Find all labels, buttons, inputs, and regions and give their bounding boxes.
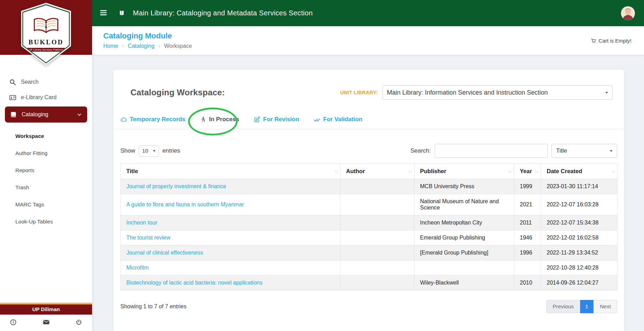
subitem-label: MARC Tags — [15, 201, 44, 208]
pagination-next-button[interactable]: Next — [593, 300, 617, 313]
tab-for-revision[interactable]: For Revision — [254, 116, 299, 129]
sidebar-subitem-marc-tags[interactable]: MARC Tags — [0, 196, 92, 213]
record-title-link[interactable]: Microfilm — [126, 265, 149, 271]
revision-icon — [254, 116, 260, 123]
entries-label: entries — [163, 147, 180, 154]
power-button[interactable] — [75, 319, 82, 327]
showing-entries-text: Showing 1 to 7 of 7 entries — [120, 303, 186, 310]
cell-year: 1946 — [514, 230, 541, 245]
column-filter-select[interactable]: Title — [552, 144, 617, 158]
tab-label: For Validation — [323, 116, 362, 123]
record-title-link[interactable]: Biotechnology of lactic acid bacteria: n… — [126, 280, 262, 286]
column-filter-value: Title — [556, 147, 567, 154]
workspace-header: Cataloging Workspace: UNIT LIBRARY: Main… — [113, 70, 624, 100]
table-row: Journal of clinical effectiveness [Emera… — [121, 245, 617, 260]
column-header-year[interactable]: Year — [514, 164, 541, 179]
record-title-link[interactable]: The tourist review — [126, 235, 170, 241]
cell-publisher — [414, 260, 514, 275]
workspace-tabs: Temporary Records In Process For Revisio… — [113, 116, 624, 129]
cell-year: 1996 — [514, 245, 541, 260]
sidebar-subitem-lookup-tables[interactable]: Look-Up Tables — [0, 213, 92, 230]
pagination-page-1-button[interactable]: 1 — [580, 300, 594, 313]
sort-icon — [612, 169, 615, 174]
column-label: Year — [520, 168, 532, 174]
page-length-select[interactable]: 10 — [139, 145, 159, 157]
cell-date-created: 2022-12-02 16:02:58 — [541, 230, 617, 245]
page-length-value: 10 — [142, 148, 148, 154]
chevron-down-icon — [76, 112, 82, 118]
sidebar-item-cataloging[interactable]: Cataloging — [5, 106, 87, 123]
column-header-date-created[interactable]: Date Created — [541, 164, 617, 179]
logo-book-illustration — [32, 17, 60, 37]
breadcrumb-separator — [155, 43, 164, 50]
sidebar-item-search[interactable]: Search — [0, 74, 92, 90]
sidebar-subitem-trash[interactable]: Trash — [0, 179, 92, 196]
breadcrumb-home[interactable]: Home — [103, 43, 118, 49]
cell-author — [340, 215, 414, 230]
logo-tagline: UP Library Services Platform — [27, 48, 65, 52]
record-title-link[interactable]: Journal of clinical effectiveness — [126, 250, 203, 256]
sidebar-item-label: Cataloging — [22, 111, 48, 118]
cell-publisher: [Emerald Group Publishing] — [414, 245, 514, 260]
cell-year: 2021 — [514, 194, 541, 215]
table-controls: Show 10 entries Search: Title — [120, 144, 617, 158]
cataloging-icon — [10, 111, 17, 118]
unit-library-select[interactable]: Main Library: Information Services and I… — [382, 85, 613, 100]
power-icon — [75, 319, 82, 327]
avatar[interactable] — [621, 6, 635, 20]
elibrary-card-icon — [9, 94, 16, 101]
search-icon — [9, 79, 16, 86]
cell-author — [340, 275, 414, 290]
record-title-link[interactable]: Incheon tour — [126, 220, 157, 226]
search-input[interactable] — [435, 144, 548, 158]
sidebar-subitem-workspace[interactable]: Workspace — [0, 127, 92, 145]
column-header-publisher[interactable]: Publisher — [414, 164, 514, 179]
tab-temporary-records[interactable]: Temporary Records — [120, 116, 185, 129]
validation-icon — [314, 116, 320, 123]
sort-icon — [508, 169, 512, 174]
subitem-label: Trash — [15, 184, 29, 191]
hamburger-icon — [99, 8, 108, 18]
cell-title: Journal of property investment & finance — [121, 179, 340, 194]
mail-button[interactable] — [43, 318, 50, 327]
sidebar-item-elibrary-card[interactable]: e-Library Card — [0, 90, 92, 105]
campus-label: UP Diliman — [0, 303, 92, 315]
hamburger-menu-button[interactable] — [97, 6, 110, 20]
cart-status[interactable]: Cart is Empty! — [591, 38, 631, 44]
pagination-previous-button[interactable]: Previous — [546, 300, 580, 313]
records-table: Title Author Publisher Year Date Created… — [120, 163, 617, 290]
cell-date-created: 2022-11-29 13:34:52 — [541, 245, 617, 260]
sidebar-subitem-reports[interactable]: Reports — [0, 162, 92, 179]
info-button[interactable] — [10, 319, 17, 327]
main-area: Main Library: Cataloging and Metadata Se… — [92, 0, 644, 331]
buklod-logo[interactable]: BUKLOD UP Library Services Platform — [16, 3, 76, 65]
record-title-link[interactable]: A guide to flora and fauna in southern M… — [126, 201, 244, 207]
table-footer: Showing 1 to 7 of 7 entries Previous 1 N… — [120, 300, 617, 313]
column-header-title[interactable]: Title — [121, 164, 340, 179]
cell-title: The tourist review — [121, 230, 340, 245]
table-header-row: Title Author Publisher Year Date Created — [121, 164, 617, 179]
logo-badge-border: BUKLOD UP Library Services Platform — [18, 4, 74, 64]
record-title-link[interactable]: Journal of property investment & finance — [126, 183, 226, 189]
table-row: Incheon tour Incheon Metropoltan City 20… — [121, 215, 617, 230]
sort-icon — [409, 169, 412, 174]
subitem-label: Reports — [15, 167, 34, 174]
sidebar-subitem-author-fitting[interactable]: Author Fitting — [0, 145, 92, 162]
subitem-label: Workspace — [15, 133, 44, 139]
table-row: The tourist review Emerald Group Publish… — [121, 230, 617, 245]
subitem-label: Author Fitting — [15, 150, 47, 156]
cell-publisher: Wiley-Blackwell — [414, 275, 514, 290]
breadcrumb-cataloging[interactable]: Cataloging — [128, 43, 155, 49]
module-icon — [118, 10, 125, 17]
tab-in-process[interactable]: In Process — [200, 116, 239, 129]
tab-for-validation[interactable]: For Validation — [314, 116, 362, 129]
tab-label: For Revision — [263, 116, 299, 123]
column-header-author[interactable]: Author — [340, 164, 414, 179]
cell-title: Biotechnology of lactic acid bacteria: n… — [121, 275, 340, 290]
table-row: A guide to flora and fauna in southern M… — [121, 194, 617, 215]
breadcrumb-bar: Cataloging Module Home Cataloging Worksp… — [92, 26, 644, 55]
cell-author — [340, 260, 414, 275]
cell-date-created: 2014-09-26 12:04:27 — [541, 275, 617, 290]
subitem-label: Look-Up Tables — [15, 219, 53, 225]
cell-author — [340, 230, 414, 245]
